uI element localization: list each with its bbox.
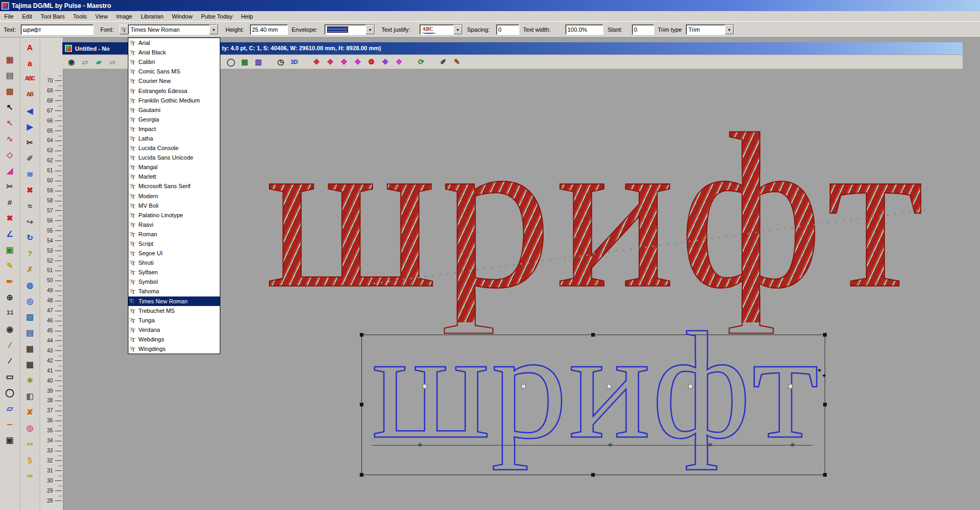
font-option-mangal[interactable]: TTMangal — [128, 162, 220, 172]
menu-view[interactable]: View — [91, 12, 112, 21]
coil-a-button[interactable]: ∾ — [21, 435, 39, 451]
wedge-fill-button[interactable]: ◢ — [1, 162, 19, 178]
punch-machine-button[interactable]: ▤ — [1, 67, 19, 83]
select-arrow-button[interactable]: ↖ — [1, 99, 19, 115]
text-frame-button[interactable]: a — [21, 55, 39, 71]
letter-node[interactable] — [688, 384, 693, 389]
nudge-b-button[interactable]: ✥ — [323, 55, 337, 68]
font-dropdown-arrow-icon[interactable]: ▼ — [209, 25, 218, 34]
duplicate-object-button[interactable]: ▰ — [92, 55, 106, 68]
menu-image[interactable]: Image — [112, 12, 137, 21]
delete-object-button[interactable]: ✖ — [1, 210, 19, 226]
hoop-frame-button[interactable]: ▩ — [1, 83, 19, 99]
satin-wave-button[interactable]: ≋ — [21, 166, 39, 182]
rotate-cc-button[interactable]: ↻ — [21, 229, 39, 245]
stitch-select-button[interactable]: ◉ — [64, 55, 78, 68]
stitch-player-button[interactable]: ◯ — [224, 55, 238, 68]
star-burst-button[interactable]: ✳ — [21, 372, 39, 388]
design-notes-button[interactable]: ✎ — [450, 55, 464, 68]
outline-text-object[interactable]: шрифт — [372, 309, 820, 462]
measure-button[interactable]: ∠ — [1, 226, 19, 242]
font-option-arial[interactable]: TTArial — [128, 38, 220, 48]
team-names-button[interactable]: AB — [21, 87, 39, 103]
bezier-curve-button[interactable]: ∿ — [1, 131, 19, 146]
justify-combobox[interactable]: ABC ▼ — [419, 24, 463, 35]
font-option-lucida-sans-unicode[interactable]: TTLucida Sans Unicode — [128, 153, 220, 162]
font-option-tahoma[interactable]: TTTahoma — [128, 286, 220, 296]
menu-file[interactable]: File — [0, 12, 18, 21]
nudge-a-button[interactable]: ✥ — [310, 55, 323, 68]
selection-handle-nw[interactable] — [360, 333, 363, 337]
menu-help[interactable]: Help — [237, 12, 257, 21]
trim-dropdown-arrow-icon[interactable]: ▼ — [725, 25, 734, 34]
pencil-yellow-button[interactable]: ✎ — [1, 257, 19, 273]
view-3d-button[interactable]: 3D — [287, 55, 301, 68]
scissors-button[interactable]: ✂ — [21, 134, 39, 150]
font-option-sylfaen[interactable]: TTSylfaen — [128, 267, 220, 277]
font-option-webdings[interactable]: TTWebdings — [128, 335, 220, 344]
line-tool-button[interactable]: ∕ — [1, 353, 19, 368]
zoom-1-1-button[interactable]: 1:1 — [1, 305, 19, 321]
font-option-symbol[interactable]: TTSymbol — [128, 277, 220, 286]
font-option-microsoft-sans-serif[interactable]: TTMicrosoft Sans Serif — [128, 181, 220, 191]
rings-color-button[interactable]: ◎ — [21, 420, 39, 435]
double-x-button[interactable]: ✘ — [21, 404, 39, 420]
mesh-b-button[interactable]: ▩ — [21, 356, 39, 372]
save-design-button[interactable]: ▦ — [1, 51, 19, 67]
font-option-marlett[interactable]: TTMarlett — [128, 172, 220, 181]
trim-type-combobox[interactable]: Trim ▼ — [686, 24, 734, 35]
selection-handle-sw[interactable] — [360, 473, 363, 477]
abc-monogram-button[interactable]: ABC — [21, 71, 39, 87]
hatch-b-button[interactable]: ▤ — [21, 324, 39, 340]
stamp-button[interactable]: ▣ — [1, 432, 19, 448]
zigzag-run-button[interactable]: ≈ — [21, 198, 39, 214]
flower-button[interactable]: ❁ — [365, 55, 378, 68]
cross-x-button[interactable]: ✗ — [21, 261, 39, 277]
regenerate-button[interactable]: ⟳ — [414, 55, 428, 68]
menu-tools[interactable]: Tools — [69, 12, 91, 21]
font-option-estrangelo-edessa[interactable]: TTEstrangelo Edessa — [128, 86, 220, 95]
disks-button[interactable]: ◎ — [21, 293, 39, 309]
envelope-combobox[interactable]: ▼ — [324, 24, 375, 35]
height-input[interactable] — [250, 24, 288, 35]
letter-node[interactable] — [606, 384, 612, 389]
envelope-dropdown-arrow-icon[interactable]: ▼ — [366, 25, 375, 34]
copy-object-button[interactable]: ▱ — [78, 55, 92, 68]
text-width-input[interactable] — [565, 24, 603, 35]
density-map-button[interactable]: ▥ — [251, 55, 265, 68]
selection-handle-s[interactable] — [591, 473, 595, 477]
font-option-calibri[interactable]: TTCalibri — [128, 57, 220, 67]
delete-red-button[interactable]: ✖ — [21, 182, 39, 198]
snip-button[interactable]: ✂ — [1, 178, 19, 194]
font-option-wingdings[interactable]: TTWingdings — [128, 344, 220, 354]
help-tool-button[interactable]: ? — [21, 245, 39, 261]
font-option-shruti[interactable]: TTShruti — [128, 258, 220, 267]
font-option-franklin-gothic-medium[interactable]: TTFranklin Gothic Medium — [128, 96, 220, 105]
font-option-gautami[interactable]: TTGautami — [128, 105, 220, 115]
font-option-arial-black[interactable]: TTArial Black — [128, 48, 220, 57]
letter-node[interactable] — [521, 384, 526, 389]
crayon-orange-button[interactable]: ✏ — [1, 273, 19, 289]
globe-3d-button[interactable]: ◍ — [21, 277, 39, 293]
ellipse-tool-button[interactable]: ◯ — [1, 384, 19, 400]
stitch-points-button[interactable]: # — [1, 194, 19, 210]
center-view-button[interactable]: ◉ — [1, 321, 19, 337]
prev-color-button[interactable]: ◀ — [21, 103, 39, 118]
menu-window[interactable]: Window — [167, 12, 197, 21]
node-edit-button[interactable]: ↖ — [1, 115, 19, 131]
font-option-georgia[interactable]: TTGeorgia — [128, 115, 220, 124]
selection-handle-w[interactable] — [360, 403, 363, 406]
mesh-a-button[interactable]: ▦ — [21, 340, 39, 356]
letter-node[interactable] — [788, 384, 793, 389]
nudge-c-button[interactable]: ✥ — [337, 55, 351, 68]
notes-page-button[interactable]: ▱ — [1, 400, 19, 416]
coil-b-button[interactable]: § — [21, 451, 39, 467]
font-option-script[interactable]: TTScript — [128, 239, 220, 248]
menu-tool-bars[interactable]: Tool Bars — [36, 12, 69, 21]
swirl-button[interactable]: ∽ — [1, 416, 19, 432]
next-color-button[interactable]: ▶ — [21, 118, 39, 134]
image-bitmap-button[interactable]: ▣ — [1, 242, 19, 257]
menu-edit[interactable]: Edit — [18, 12, 36, 21]
text-input[interactable] — [21, 24, 94, 35]
slow-redraw-button[interactable]: ∕ — [1, 337, 19, 353]
